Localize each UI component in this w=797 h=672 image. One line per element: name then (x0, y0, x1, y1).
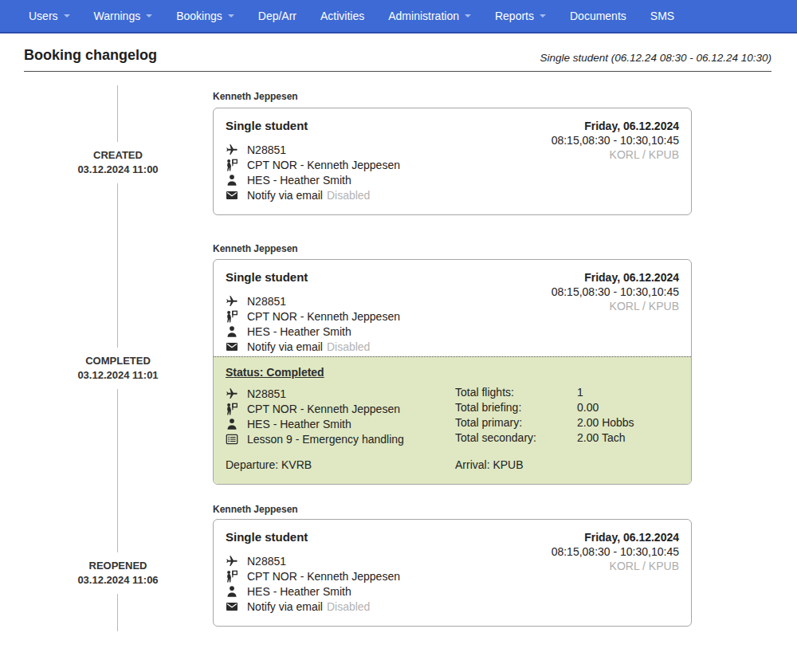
booking-times: 08:15,08:30 - 10:30,10:45 (552, 544, 679, 559)
changelog-page: Booking changelog Single student (06.12.… (0, 33, 797, 672)
booking-schedule: Friday, 06.12.2024 08:15,08:30 - 10:30,1… (552, 530, 679, 573)
notify-label: Notify via email (247, 340, 323, 353)
nav-item-label: Reports (495, 10, 534, 22)
notify-row: Notify via emailDisabled (226, 187, 679, 202)
chevron-down-icon (146, 14, 152, 18)
email-icon (226, 189, 238, 202)
notify-row: Notify via emailDisabled (226, 599, 679, 614)
total-label: Total secondary: (455, 431, 577, 446)
student-label: HES - Heather Smith (247, 174, 351, 187)
booking-details: Single student Friday, 06.12.2024 08:15,… (214, 260, 691, 356)
chevron-down-icon (540, 14, 546, 18)
student-icon (226, 585, 238, 598)
lesson-label: Lesson 9 - Emergency handling (247, 433, 404, 446)
nav-item-label: Users (29, 10, 58, 22)
total-row: Total secondary:2.00 Tach (455, 431, 679, 446)
entry-author: Kenneth Jeppesen (213, 91, 298, 102)
completion-summary: Status: Completed N28851 CPT NOR - Kenne… (214, 356, 691, 484)
aircraft-label: N28851 (247, 387, 286, 400)
booking-details: Single student Friday, 06.12.2024 08:15,… (214, 520, 691, 626)
total-row: Total flights:1 (455, 386, 679, 401)
page-title: Booking changelog (24, 47, 157, 64)
entry-author: Kenneth Jeppesen (213, 243, 298, 254)
nav-item-activities[interactable]: Activities (308, 0, 376, 32)
nav-item-dep-arr[interactable]: Dep/Arr (246, 0, 308, 32)
student-label: HES - Heather Smith (247, 585, 351, 598)
nav-item-administration[interactable]: Administration (376, 0, 483, 32)
chevron-down-icon (64, 14, 70, 18)
booking-context: Single student (06.12.24 08:30 - 06.12.2… (540, 52, 771, 64)
aircraft-icon (226, 143, 238, 156)
student-row: HES - Heather Smith (226, 584, 679, 599)
booking-schedule: Friday, 06.12.2024 08:15,08:30 - 10:30,1… (552, 119, 679, 162)
aircraft-label: N28851 (247, 555, 286, 568)
instructor-icon (226, 570, 238, 583)
timeline-status: CREATED (46, 148, 190, 163)
notify-row: Notify via emailDisabled (226, 339, 679, 354)
timeline-status: REOPENED (46, 559, 190, 573)
nav-item-label: Bookings (176, 10, 222, 22)
timeline-entry-completed: COMPLETED 03.12.2024 11:01 (46, 348, 190, 389)
notify-value: Disabled (327, 340, 370, 353)
nav-item-label: Administration (388, 10, 459, 22)
aircraft-row: N28851 (226, 386, 455, 401)
nav-item-sms[interactable]: SMS (638, 0, 686, 32)
aircraft-icon (226, 387, 238, 400)
booking-date: Friday, 06.12.2024 (552, 119, 679, 133)
booking-airports: KORL / KPUB (552, 559, 679, 573)
total-label: Total flights: (455, 386, 577, 401)
booking-date: Friday, 06.12.2024 (552, 530, 679, 544)
timeline-entry-created: CREATED 03.12.2024 11:00 (46, 142, 190, 183)
nav-item-label: Activities (320, 10, 364, 22)
total-label: Total primary: (455, 416, 577, 431)
lesson-icon (226, 433, 238, 446)
nav-item-documents[interactable]: Documents (558, 0, 638, 32)
arrival-label: Arrival: KPUB (455, 458, 524, 471)
student-icon (226, 418, 238, 430)
instructor-label: CPT NOR - Kenneth Jeppesen (247, 310, 400, 323)
instructor-label: CPT NOR - Kenneth Jeppesen (247, 159, 400, 171)
nav-item-reports[interactable]: Reports (483, 0, 558, 32)
notify-label: Notify via email (247, 189, 323, 202)
departure-label: Departure: KVRB (226, 458, 455, 471)
booking-airports: KORL / KPUB (552, 147, 679, 162)
booking-airports: KORL / KPUB (552, 299, 679, 313)
total-value: 1 (577, 386, 583, 401)
aircraft-icon (226, 555, 238, 568)
booking-times: 08:15,08:30 - 10:30,10:45 (552, 285, 679, 299)
booking-details: Single student Friday, 06.12.2024 08:15,… (214, 108, 691, 214)
total-value: 0.00 (577, 401, 599, 416)
total-row: Total primary:2.00 Hobbs (455, 416, 679, 431)
entry-author: Kenneth Jeppesen (213, 504, 298, 515)
aircraft-label: N28851 (247, 143, 286, 156)
student-row: HES - Heather Smith (226, 324, 679, 339)
nav-item-label: Dep/Arr (258, 10, 296, 22)
total-value: 2.00 Hobbs (577, 416, 634, 431)
email-icon (226, 340, 238, 353)
nav-item-label: SMS (650, 10, 674, 22)
instructor-label: CPT NOR - Kenneth Jeppesen (247, 570, 400, 583)
timeline-timestamp: 03.12.2024 11:00 (46, 163, 190, 177)
main-nav: Users Warnings Bookings Dep/Arr Activiti… (0, 0, 797, 33)
notify-label: Notify via email (247, 600, 323, 613)
email-icon (226, 600, 238, 613)
nav-item-users[interactable]: Users (17, 0, 82, 32)
nav-item-warnings[interactable]: Warnings (82, 0, 165, 32)
chevron-down-icon (465, 14, 471, 18)
lesson-row: Lesson 9 - Emergency handling (226, 431, 455, 446)
student-icon (226, 174, 238, 187)
booking-card-completed: Single student Friday, 06.12.2024 08:15,… (213, 259, 692, 485)
booking-card-created: Single student Friday, 06.12.2024 08:15,… (213, 108, 692, 215)
route-summary: Departure: KVRB Arrival: KPUB (226, 458, 679, 471)
booking-times: 08:15,08:30 - 10:30,10:45 (552, 133, 679, 147)
nav-item-bookings[interactable]: Bookings (164, 0, 246, 32)
total-row: Total briefing:0.00 (455, 401, 679, 416)
notify-value: Disabled (327, 600, 370, 613)
total-value: 2.00 Tach (577, 431, 625, 446)
student-row: HES - Heather Smith (226, 416, 455, 431)
instructor-row: CPT NOR - Kenneth Jeppesen (226, 401, 455, 416)
student-label: HES - Heather Smith (247, 418, 351, 430)
status-heading: Status: Completed (226, 366, 324, 379)
booking-card-reopened: Single student Friday, 06.12.2024 08:15,… (213, 519, 692, 627)
nav-item-label: Documents (570, 10, 626, 22)
